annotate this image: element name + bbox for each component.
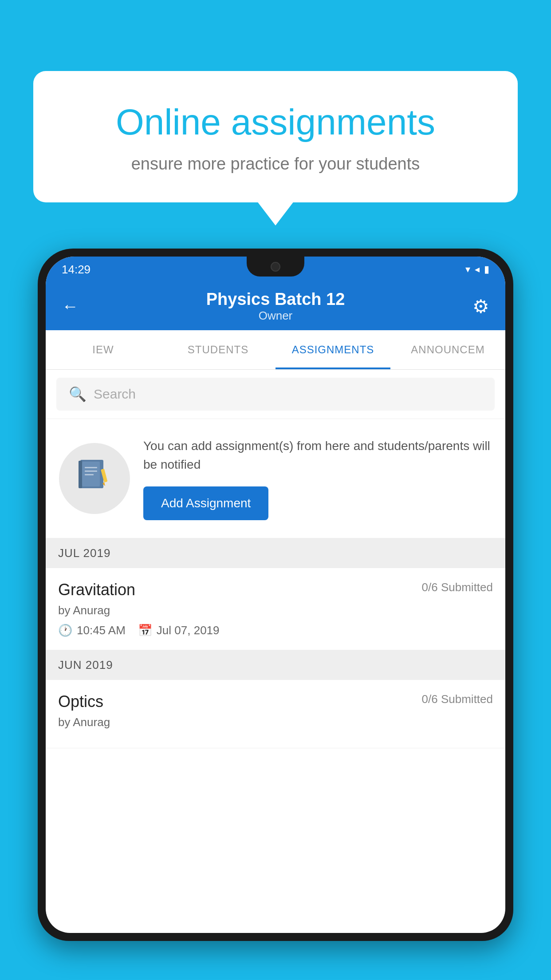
header-center: Physics Batch 12 Owner (206, 290, 345, 323)
status-icons: ▾ ◂ ▮ (465, 264, 489, 275)
search-placeholder: Search (94, 387, 136, 402)
month-header-jun: JUN 2019 (46, 650, 505, 680)
bubble-subtitle: ensure more practice for your students (69, 154, 482, 174)
assignment-time: 10:45 AM (77, 624, 126, 637)
signal-icon: ◂ (475, 264, 480, 275)
add-assignment-button[interactable]: Add Assignment (143, 486, 268, 520)
app-header: ← Physics Batch 12 Owner ⚙ (46, 282, 505, 330)
info-text-area: You can add assignment(s) from here and … (143, 437, 492, 520)
clock-icon: 🕐 (58, 624, 72, 637)
notebook-icon (77, 457, 112, 500)
assignment-item-optics[interactable]: Optics 0/6 Submitted by Anurag (46, 680, 505, 748)
bubble-title: Online assignments (69, 102, 482, 142)
svg-rect-2 (79, 461, 82, 488)
assignment-submitted: 0/6 Submitted (422, 581, 493, 594)
notebook-circle (59, 443, 130, 514)
meta-date: 📅 Jul 07, 2019 (138, 624, 220, 637)
assignment-by-optics: by Anurag (58, 715, 493, 729)
tab-announcements[interactable]: ANNOUNCEM (390, 330, 505, 369)
tab-assignments[interactable]: ASSIGNMENTS (276, 330, 390, 369)
assignment-name-optics: Optics (58, 692, 103, 711)
assignment-meta: 🕐 10:45 AM 📅 Jul 07, 2019 (58, 624, 493, 637)
assignment-row1: Gravitation 0/6 Submitted (58, 581, 493, 599)
header-title: Physics Batch 12 (206, 290, 345, 309)
status-time: 14:29 (62, 263, 91, 277)
status-bar: 14:29 ▾ ◂ ▮ (46, 257, 505, 282)
search-icon: 🔍 (69, 386, 87, 403)
settings-icon[interactable]: ⚙ (472, 296, 489, 317)
camera-dot (271, 262, 280, 272)
assignment-date: Jul 07, 2019 (157, 624, 220, 637)
speech-bubble: Online assignments ensure more practice … (33, 71, 518, 202)
wifi-icon: ▾ (465, 264, 470, 275)
assignment-name: Gravitation (58, 581, 135, 599)
svg-rect-5 (85, 474, 94, 475)
svg-rect-4 (85, 470, 97, 472)
meta-time: 🕐 10:45 AM (58, 624, 126, 637)
assignment-row1-optics: Optics 0/6 Submitted (58, 692, 493, 711)
tabs-bar: IEW STUDENTS ASSIGNMENTS ANNOUNCEM (46, 330, 505, 370)
phone-screen: 14:29 ▾ ◂ ▮ ← Physics Batch 12 Owner ⚙ (46, 257, 505, 933)
info-card: You can add assignment(s) from here and … (46, 419, 505, 538)
search-input-wrapper[interactable]: 🔍 Search (56, 378, 495, 411)
calendar-icon: 📅 (138, 624, 152, 637)
phone-outer: 14:29 ▾ ◂ ▮ ← Physics Batch 12 Owner ⚙ (38, 249, 513, 941)
assignment-item-gravitation[interactable]: Gravitation 0/6 Submitted by Anurag 🕐 10… (46, 568, 505, 650)
month-header-jul: JUL 2019 (46, 538, 505, 568)
assignment-submitted-optics: 0/6 Submitted (422, 692, 493, 706)
assignment-by: by Anurag (58, 604, 493, 617)
info-description: You can add assignment(s) from here and … (143, 437, 492, 474)
speech-bubble-container: Online assignments ensure more practice … (33, 71, 518, 202)
search-container: 🔍 Search (46, 370, 505, 419)
back-button[interactable]: ← (62, 297, 79, 316)
tab-students[interactable]: STUDENTS (161, 330, 276, 369)
svg-rect-3 (85, 467, 97, 468)
tab-iew[interactable]: IEW (46, 330, 161, 369)
notch (247, 257, 304, 277)
header-subtitle: Owner (206, 309, 345, 323)
phone-wrapper: 14:29 ▾ ◂ ▮ ← Physics Batch 12 Owner ⚙ (38, 249, 513, 980)
battery-icon: ▮ (484, 264, 489, 275)
